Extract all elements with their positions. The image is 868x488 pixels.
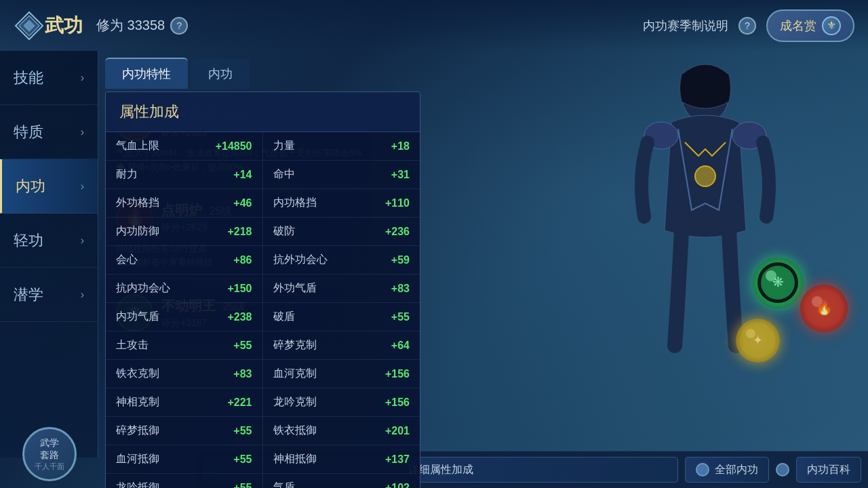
attr-cell-6-left: 内功气盾 +238 xyxy=(106,303,263,331)
wu-xue-button[interactable]: 武学 套路 千人千面 xyxy=(22,427,77,481)
sidebar-label-jineng: 技能 xyxy=(14,68,43,88)
top-right-area: 内功赛季制说明 ? 成名赏 ⚜ xyxy=(643,9,854,42)
attr-cell-11-left: 血河抵御 +55 xyxy=(106,445,263,473)
attr-row-0: 气血上限 +14850 力量 +18 xyxy=(106,132,420,161)
attr-cell-7-left: 土攻击 +55 xyxy=(106,331,263,359)
sidebar-item-qinggong[interactable]: 轻功 › xyxy=(0,214,98,268)
all-nei-dot-2 xyxy=(776,463,789,476)
wu-xue-line3: 千人千面 xyxy=(35,462,64,472)
wu-xue-line2: 套路 xyxy=(40,449,59,462)
header-help-button[interactable]: ? xyxy=(170,17,188,35)
attr-cell-10-right: 铁衣抵御 +201 xyxy=(263,417,420,445)
chevron-icon-3: › xyxy=(81,235,84,247)
attr-cell-0-left: 气血上限 +14850 xyxy=(106,132,263,160)
cheng-ming-label: 成名赏 xyxy=(780,18,816,34)
sidebar-label-qinggong: 轻功 xyxy=(14,230,43,251)
sidebar-item-jinou[interactable]: 技能 › xyxy=(0,51,98,105)
attr-row-5: 抗内功会心 +150 外功气盾 +83 xyxy=(106,274,420,303)
attr-cell-4-left: 会心 +86 xyxy=(106,246,263,274)
attr-cell-3-right: 破防 +236 xyxy=(263,218,420,245)
attr-cell-2-right: 内功格挡 +110 xyxy=(263,189,420,217)
chevron-icon-2: › xyxy=(81,180,84,192)
attr-cell-1-left: 耐力 +14 xyxy=(106,161,263,188)
nei-bk-button[interactable]: 内功百科 xyxy=(796,457,861,483)
nei-gong-season-label: 内功赛季制说明 xyxy=(643,18,728,34)
tab-bar: 内功特性 内功 xyxy=(98,51,868,89)
sidebar-label-tezhi: 特质 xyxy=(14,122,43,142)
attr-cell-9-right: 龙吟克制 +156 xyxy=(263,388,420,416)
sidebar-item-neigong[interactable]: 内功 › xyxy=(0,159,98,214)
attr-row-11: 血河抵御 +55 神相抵御 +137 xyxy=(106,445,420,474)
attr-cell-8-right: 血河克制 +156 xyxy=(263,360,420,388)
chevron-icon-4: › xyxy=(81,289,84,301)
chevron-icon-0: › xyxy=(81,72,84,84)
attr-table: 气血上限 +14850 力量 +18 耐力 +14 命中 +31 xyxy=(106,132,420,488)
attr-cell-11-right: 神相抵御 +137 xyxy=(263,445,420,473)
attr-cell-6-right: 破盾 +55 xyxy=(263,303,420,331)
attr-row-2: 外功格挡 +46 内功格挡 +110 xyxy=(106,189,420,218)
attr-cell-2-left: 外功格挡 +46 xyxy=(106,189,263,217)
attr-cell-12-right: 气盾 +102 xyxy=(263,474,420,488)
attr-cell-1-right: 命中 +31 xyxy=(263,161,420,188)
attr-cell-10-left: 碎梦抵御 +55 xyxy=(106,417,263,445)
attr-row-4: 会心 +86 抗外功会心 +59 xyxy=(106,246,420,274)
attr-row-10: 碎梦抵御 +55 铁衣抵御 +201 xyxy=(106,417,420,445)
attr-cell-12-left: 龙吟抵御 +55 xyxy=(106,474,263,488)
all-nei-dot xyxy=(696,463,709,476)
tab-neigong[interactable]: 内功 xyxy=(191,59,250,89)
cheng-ming-button[interactable]: 成名赏 ⚜ xyxy=(766,9,854,42)
sidebar: 技能 › 特质 › 内功 › 轻功 › 潜学 › xyxy=(0,51,98,458)
attr-cell-5-left: 抗内功会心 +150 xyxy=(106,274,263,302)
sidebar-label-neigong: 内功 xyxy=(16,176,45,197)
cheng-ming-icon: ⚜ xyxy=(822,16,841,35)
sidebar-item-tezhi[interactable]: 特质 › xyxy=(0,105,98,159)
attr-cell-5-right: 外功气盾 +83 xyxy=(263,274,420,302)
attr-row-6: 内功气盾 +238 破盾 +55 xyxy=(106,303,420,331)
page-title: 武功 xyxy=(45,13,83,39)
chevron-icon-1: › xyxy=(81,126,84,138)
top-bar: 武功 修为 33358 ? 内功赛季制说明 ? 成名赏 ⚜ xyxy=(0,0,868,51)
tab-neigong-texing[interactable]: 内功特性 xyxy=(105,58,188,89)
attr-row-3: 内功防御 +218 破防 +236 xyxy=(106,218,420,246)
attr-cell-7-right: 碎梦克制 +64 xyxy=(263,331,420,359)
wu-xue-line1: 武学 xyxy=(40,437,59,449)
main-content: 内功特性 内功 ✦ 日月两仪 25级 评分+2825 气血大于50%时，造成效果… xyxy=(98,51,868,488)
attr-cell-3-left: 内功防御 +218 xyxy=(106,218,263,245)
bottom-sidebar: 武学 套路 千人千面 xyxy=(0,420,98,488)
attr-row-12: 龙吟抵御 +55 气盾 +102 xyxy=(106,474,420,488)
attr-row-9: 神相克制 +221 龙吟克制 +156 xyxy=(106,388,420,417)
attr-panel-title: 属性加成 xyxy=(106,92,420,132)
attr-panel: 属性加成 气血上限 +14850 力量 +18 耐力 +14 xyxy=(105,92,420,488)
all-nei-button[interactable]: 全部内功 xyxy=(685,457,769,483)
sidebar-label-qianxue: 潜学 xyxy=(14,285,43,305)
sidebar-item-qianxue[interactable]: 潜学 › xyxy=(0,268,98,322)
logo-icon xyxy=(14,10,45,41)
attr-cell-8-left: 铁衣克制 +83 xyxy=(106,360,263,388)
attr-cell-4-right: 抗外功会心 +59 xyxy=(263,246,420,274)
xiu-value: 修为 33358 xyxy=(96,16,165,35)
attr-row-8: 铁衣克制 +83 血河克制 +156 xyxy=(106,360,420,388)
attr-row-1: 耐力 +14 命中 +31 xyxy=(106,161,420,189)
attr-row-7: 土攻击 +55 碎梦克制 +64 xyxy=(106,331,420,360)
attr-cell-9-left: 神相克制 +221 xyxy=(106,388,263,416)
attr-cell-0-right: 力量 +18 xyxy=(263,132,420,160)
nei-gong-help-button[interactable]: ? xyxy=(738,17,756,35)
